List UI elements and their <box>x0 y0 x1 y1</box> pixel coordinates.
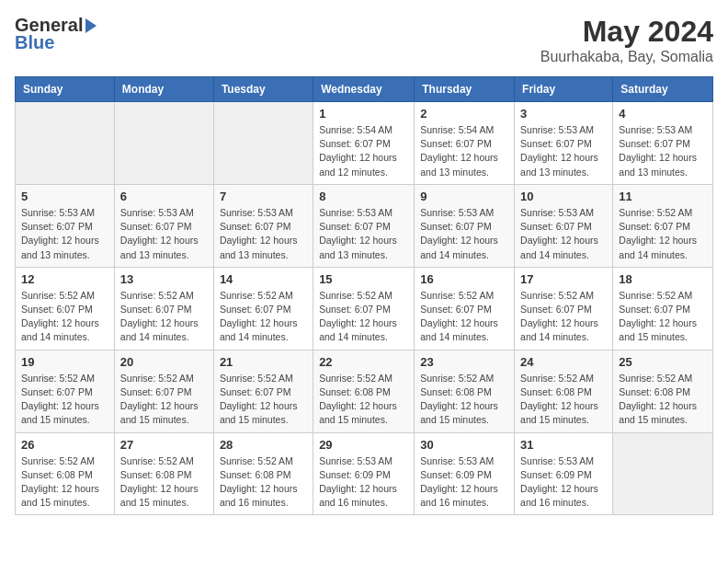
calendar-cell: 12Sunrise: 5:52 AMSunset: 6:07 PMDayligh… <box>16 267 115 350</box>
day-info: Sunrise: 5:53 AMSunset: 6:07 PMDaylight:… <box>220 206 307 262</box>
calendar-cell: 8Sunrise: 5:53 AMSunset: 6:07 PMDaylight… <box>313 184 415 267</box>
day-info: Sunrise: 5:53 AMSunset: 6:09 PMDaylight:… <box>520 454 607 511</box>
day-info: Sunrise: 5:52 AMSunset: 6:08 PMDaylight:… <box>520 372 607 428</box>
calendar-cell: 17Sunrise: 5:52 AMSunset: 6:07 PMDayligh… <box>515 267 613 350</box>
calendar-header: SundayMondayTuesdayWednesdayThursdayFrid… <box>16 77 713 102</box>
calendar-cell <box>114 102 213 185</box>
day-number: 23 <box>420 355 508 369</box>
calendar-body: 1Sunrise: 5:54 AMSunset: 6:07 PMDaylight… <box>16 102 713 515</box>
day-number: 14 <box>220 272 307 286</box>
calendar-cell: 14Sunrise: 5:52 AMSunset: 6:07 PMDayligh… <box>213 267 313 350</box>
day-info: Sunrise: 5:54 AMSunset: 6:07 PMDaylight:… <box>319 123 408 179</box>
day-number: 25 <box>619 355 707 369</box>
day-number: 13 <box>120 272 208 286</box>
logo: General Blue <box>15 15 97 53</box>
calendar-cell: 3Sunrise: 5:53 AMSunset: 6:07 PMDaylight… <box>515 102 613 185</box>
day-info: Sunrise: 5:52 AMSunset: 6:07 PMDaylight:… <box>220 372 307 428</box>
calendar-cell: 10Sunrise: 5:53 AMSunset: 6:07 PMDayligh… <box>515 184 613 267</box>
calendar-cell: 23Sunrise: 5:52 AMSunset: 6:08 PMDayligh… <box>415 350 515 432</box>
day-number: 1 <box>319 107 408 121</box>
calendar-cell: 1Sunrise: 5:54 AMSunset: 6:07 PMDaylight… <box>313 102 415 185</box>
day-of-week-header: Monday <box>114 77 213 102</box>
calendar-week-row: 1Sunrise: 5:54 AMSunset: 6:07 PMDaylight… <box>16 102 713 185</box>
calendar-week-row: 26Sunrise: 5:52 AMSunset: 6:08 PMDayligh… <box>16 432 713 515</box>
calendar-cell: 15Sunrise: 5:52 AMSunset: 6:07 PMDayligh… <box>313 267 415 350</box>
day-info: Sunrise: 5:52 AMSunset: 6:07 PMDaylight:… <box>220 289 307 345</box>
calendar-cell: 21Sunrise: 5:52 AMSunset: 6:07 PMDayligh… <box>213 350 313 432</box>
day-number: 28 <box>220 438 307 452</box>
day-number: 15 <box>319 272 408 286</box>
day-info: Sunrise: 5:53 AMSunset: 6:07 PMDaylight:… <box>120 206 208 262</box>
day-info: Sunrise: 5:52 AMSunset: 6:07 PMDaylight:… <box>21 289 108 345</box>
calendar-cell: 9Sunrise: 5:53 AMSunset: 6:07 PMDaylight… <box>415 184 515 267</box>
day-number: 2 <box>420 107 508 121</box>
day-number: 26 <box>21 438 108 452</box>
page-title: May 2024 <box>540 15 713 49</box>
day-number: 27 <box>120 438 208 452</box>
day-info: Sunrise: 5:52 AMSunset: 6:07 PMDaylight:… <box>420 289 508 345</box>
title-area: May 2024 Buurhakaba, Bay, Somalia <box>540 15 713 65</box>
day-info: Sunrise: 5:53 AMSunset: 6:07 PMDaylight:… <box>420 206 508 262</box>
day-number: 19 <box>21 355 108 369</box>
calendar-cell: 16Sunrise: 5:52 AMSunset: 6:07 PMDayligh… <box>415 267 515 350</box>
calendar-cell: 29Sunrise: 5:53 AMSunset: 6:09 PMDayligh… <box>313 432 415 515</box>
calendar-week-row: 19Sunrise: 5:52 AMSunset: 6:07 PMDayligh… <box>16 350 713 432</box>
day-info: Sunrise: 5:52 AMSunset: 6:07 PMDaylight:… <box>319 289 408 345</box>
calendar-cell: 26Sunrise: 5:52 AMSunset: 6:08 PMDayligh… <box>16 432 115 515</box>
calendar-cell <box>613 432 713 515</box>
day-info: Sunrise: 5:53 AMSunset: 6:07 PMDaylight:… <box>619 123 707 179</box>
day-info: Sunrise: 5:52 AMSunset: 6:07 PMDaylight:… <box>520 289 607 345</box>
calendar-cell: 25Sunrise: 5:52 AMSunset: 6:08 PMDayligh… <box>613 350 713 432</box>
day-number: 8 <box>319 190 408 203</box>
day-number: 17 <box>520 272 607 286</box>
calendar-cell: 2Sunrise: 5:54 AMSunset: 6:07 PMDaylight… <box>415 102 515 185</box>
day-info: Sunrise: 5:52 AMSunset: 6:08 PMDaylight:… <box>319 372 408 428</box>
day-info: Sunrise: 5:53 AMSunset: 6:09 PMDaylight:… <box>319 454 408 511</box>
calendar-cell: 13Sunrise: 5:52 AMSunset: 6:07 PMDayligh… <box>114 267 213 350</box>
day-of-week-header: Saturday <box>613 77 713 102</box>
calendar-cell: 6Sunrise: 5:53 AMSunset: 6:07 PMDaylight… <box>114 184 213 267</box>
day-info: Sunrise: 5:53 AMSunset: 6:09 PMDaylight:… <box>420 454 508 511</box>
day-info: Sunrise: 5:53 AMSunset: 6:07 PMDaylight:… <box>520 206 607 262</box>
day-number: 6 <box>120 190 208 203</box>
calendar-cell: 19Sunrise: 5:52 AMSunset: 6:07 PMDayligh… <box>16 350 115 432</box>
day-of-week-header: Sunday <box>16 77 115 102</box>
calendar-cell: 11Sunrise: 5:52 AMSunset: 6:07 PMDayligh… <box>613 184 713 267</box>
day-info: Sunrise: 5:52 AMSunset: 6:08 PMDaylight:… <box>619 372 707 428</box>
day-info: Sunrise: 5:52 AMSunset: 6:07 PMDaylight:… <box>120 289 208 345</box>
day-info: Sunrise: 5:52 AMSunset: 6:07 PMDaylight:… <box>21 372 108 428</box>
day-of-week-header: Friday <box>515 77 613 102</box>
calendar-cell: 5Sunrise: 5:53 AMSunset: 6:07 PMDaylight… <box>16 184 115 267</box>
calendar-week-row: 5Sunrise: 5:53 AMSunset: 6:07 PMDaylight… <box>16 184 713 267</box>
day-number: 5 <box>21 190 108 203</box>
day-number: 29 <box>319 438 408 452</box>
day-info: Sunrise: 5:53 AMSunset: 6:07 PMDaylight:… <box>520 123 607 179</box>
day-number: 7 <box>220 190 307 203</box>
day-info: Sunrise: 5:52 AMSunset: 6:08 PMDaylight:… <box>21 454 108 511</box>
day-info: Sunrise: 5:54 AMSunset: 6:07 PMDaylight:… <box>420 123 508 179</box>
day-number: 20 <box>120 355 208 369</box>
day-info: Sunrise: 5:52 AMSunset: 6:07 PMDaylight:… <box>120 372 208 428</box>
day-number: 4 <box>619 107 707 121</box>
day-info: Sunrise: 5:52 AMSunset: 6:08 PMDaylight:… <box>220 454 307 511</box>
logo-blue: Blue <box>15 32 54 53</box>
day-number: 30 <box>420 438 508 452</box>
header-row: SundayMondayTuesdayWednesdayThursdayFrid… <box>16 77 713 102</box>
day-info: Sunrise: 5:52 AMSunset: 6:07 PMDaylight:… <box>619 289 707 345</box>
day-number: 22 <box>319 355 408 369</box>
day-number: 18 <box>619 272 707 286</box>
day-info: Sunrise: 5:52 AMSunset: 6:08 PMDaylight:… <box>120 454 208 511</box>
calendar-cell: 31Sunrise: 5:53 AMSunset: 6:09 PMDayligh… <box>515 432 613 515</box>
day-number: 3 <box>520 107 607 121</box>
day-of-week-header: Thursday <box>415 77 515 102</box>
calendar-cell <box>16 102 115 185</box>
calendar-cell: 24Sunrise: 5:52 AMSunset: 6:08 PMDayligh… <box>515 350 613 432</box>
calendar-cell: 18Sunrise: 5:52 AMSunset: 6:07 PMDayligh… <box>613 267 713 350</box>
calendar-cell: 22Sunrise: 5:52 AMSunset: 6:08 PMDayligh… <box>313 350 415 432</box>
calendar-cell: 27Sunrise: 5:52 AMSunset: 6:08 PMDayligh… <box>114 432 213 515</box>
calendar-cell: 28Sunrise: 5:52 AMSunset: 6:08 PMDayligh… <box>213 432 313 515</box>
calendar-cell <box>213 102 313 185</box>
day-number: 10 <box>520 190 607 203</box>
day-number: 11 <box>619 190 707 203</box>
day-number: 16 <box>420 272 508 286</box>
